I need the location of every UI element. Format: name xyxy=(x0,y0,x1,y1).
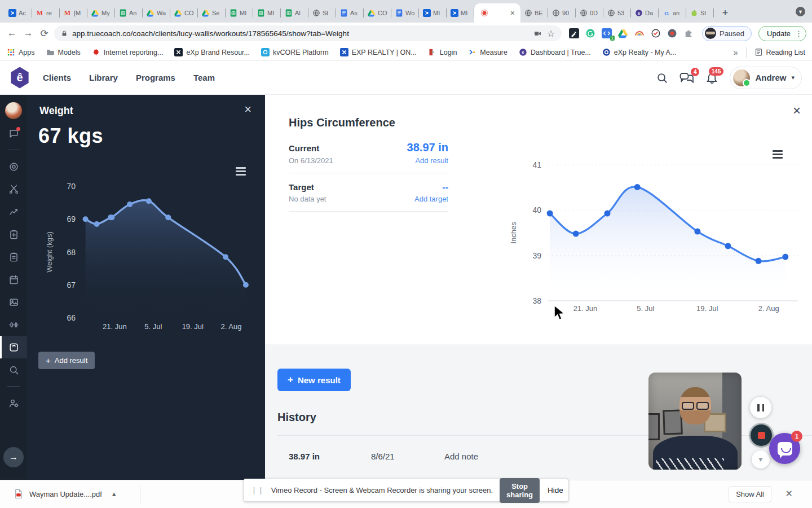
webcam-preview[interactable] xyxy=(648,373,742,470)
download-item[interactable]: Wayman Update....pdf ▲ xyxy=(8,485,123,502)
paused-extension-pill[interactable]: Paused xyxy=(702,26,752,41)
bookmark-measure[interactable]: Measure xyxy=(468,48,508,56)
browser-tab-active[interactable]: × xyxy=(474,3,520,23)
browser-tab[interactable]: 90 xyxy=(548,3,576,23)
browser-tab[interactable]: St xyxy=(308,3,336,23)
new-result-button[interactable]: + New result xyxy=(277,369,351,391)
browser-tab[interactable]: My xyxy=(87,3,115,23)
sidebar-expand-button[interactable]: → xyxy=(3,447,24,467)
eyedropper-extension-icon[interactable] xyxy=(568,28,580,39)
truecoach-logo[interactable]: ê xyxy=(10,67,29,89)
record-ext-extension-icon[interactable] xyxy=(667,28,678,39)
browser-tab[interactable]: Al xyxy=(281,3,308,23)
sidebar-item-client-settings[interactable] xyxy=(0,392,27,414)
sidebar-item-metrics[interactable] xyxy=(0,200,27,223)
browser-tab[interactable]: eDa xyxy=(631,3,659,23)
nav-clients[interactable]: Clients xyxy=(43,73,71,82)
search-icon[interactable] xyxy=(656,72,668,84)
browser-tab[interactable]: MI xyxy=(419,3,447,23)
arc-extension-icon[interactable] xyxy=(634,28,645,39)
puzzle-extension-icon[interactable] xyxy=(683,28,694,39)
sidebar-item-client-avatar[interactable] xyxy=(0,99,27,122)
nav-team[interactable]: Team xyxy=(193,73,215,82)
bookmark-kvcore-platform[interactable]: kvCORE Platform xyxy=(261,48,329,56)
bookmark-models[interactable]: Models xyxy=(46,48,81,56)
browser-tab[interactable]: Wo xyxy=(391,3,419,23)
browser-tab[interactable]: St xyxy=(686,3,714,23)
bookmark-star-icon[interactable]: ☆ xyxy=(547,28,555,39)
sidebar-item-new-workout[interactable] xyxy=(0,223,27,246)
sidebar-item-messages[interactable] xyxy=(0,122,27,144)
browser-tab[interactable]: 0D xyxy=(576,3,603,23)
bookmark-internet-reporting-[interactable]: Internet reporting... xyxy=(92,48,164,56)
nav-programs[interactable]: Programs xyxy=(136,73,175,82)
browser-tab[interactable]: Wa xyxy=(143,3,170,23)
notifications-bell-icon[interactable]: 145 xyxy=(705,71,718,84)
chrome-update-button[interactable]: Update ⋮ xyxy=(758,26,806,41)
back-button[interactable]: ← xyxy=(6,26,19,41)
browser-tab[interactable]: CO xyxy=(364,3,391,23)
forward-button[interactable]: → xyxy=(22,26,35,41)
bookmark-exp-realty-on-[interactable]: EXP REALTY | ON... xyxy=(340,48,417,56)
bookmark-apps[interactable]: Apps xyxy=(7,48,35,56)
drive-ext-extension-icon[interactable] xyxy=(617,28,629,39)
drag-handle[interactable]: ❘❘ xyxy=(251,486,264,494)
sidebar-item-calendar[interactable] xyxy=(0,268,27,291)
sidebar-item-progress-photos[interactable] xyxy=(0,291,27,313)
add-note-link[interactable]: Add note xyxy=(444,452,478,461)
browser-tab[interactable]: MI xyxy=(226,3,253,23)
browser-tab[interactable]: MI xyxy=(447,3,474,23)
browser-tab[interactable]: M[M xyxy=(60,3,87,23)
sidebar-item-body-weight[interactable] xyxy=(0,336,27,358)
weight-panel-close-icon[interactable]: × xyxy=(244,102,251,117)
recording-stop-button[interactable] xyxy=(751,424,772,446)
bookmark-exp-realty-my-a-[interactable]: eXp Realty - My A... xyxy=(602,48,676,56)
tab-search-button[interactable]: ▼ xyxy=(796,7,805,16)
messages-icon[interactable]: 4 xyxy=(679,72,694,84)
bookmark-exp-brand-resour-[interactable]: eXp Brand Resour... xyxy=(174,48,250,56)
hide-toast-button[interactable]: Hide xyxy=(548,486,563,494)
sidebar-item-exercises[interactable] xyxy=(0,313,27,336)
browser-tab[interactable]: An xyxy=(115,3,143,23)
sidebar-item-goals[interactable] xyxy=(0,155,27,178)
screen-share-icon[interactable] xyxy=(533,30,542,37)
sidebar-item-nutrition[interactable] xyxy=(0,178,27,200)
metric-close-icon[interactable]: × xyxy=(793,103,801,119)
browser-tab[interactable]: 53 xyxy=(603,3,631,23)
address-bar[interactable]: app.truecoach.co/coach/clients/lucy-wall… xyxy=(54,25,562,41)
chrome-menu-icon[interactable]: ⋮ xyxy=(795,29,802,38)
code-extension-icon[interactable]: 1 xyxy=(601,28,612,39)
show-all-downloads-button[interactable]: Show All xyxy=(729,486,771,502)
todoist-extension-icon[interactable] xyxy=(650,28,661,39)
browser-tab[interactable]: BE xyxy=(520,3,548,23)
user-menu[interactable]: Andrew ▾ xyxy=(730,67,802,89)
grammarly-extension-icon[interactable] xyxy=(585,28,596,39)
browser-tab[interactable]: CO xyxy=(170,3,198,23)
nav-library[interactable]: Library xyxy=(89,73,118,82)
download-chevron-icon[interactable]: ▲ xyxy=(111,491,117,497)
browser-tab[interactable]: As xyxy=(336,3,364,23)
add-result-button[interactable]: + Add result xyxy=(38,352,95,369)
reload-button[interactable]: ⟳ xyxy=(38,26,51,41)
close-download-bar-icon[interactable]: ✕ xyxy=(785,488,793,499)
browser-tab[interactable]: Ac xyxy=(5,3,32,23)
tab-close-icon[interactable]: × xyxy=(510,9,515,17)
browser-tab[interactable]: Mre xyxy=(32,3,60,23)
stop-sharing-button[interactable]: Stop sharing xyxy=(500,478,540,503)
reading-list-button[interactable]: Reading List xyxy=(754,48,806,56)
hips-chart-menu-icon[interactable] xyxy=(773,150,783,159)
intercom-chat-launcher[interactable]: 1 xyxy=(769,433,800,464)
bookmark-dashboard-true-[interactable]: eDashboard | True... xyxy=(519,48,591,56)
add-target-link[interactable]: Add target xyxy=(414,195,448,203)
sidebar-item-search[interactable] xyxy=(0,358,27,381)
browser-tab[interactable]: Gan xyxy=(659,3,686,23)
bookmarks-overflow-button[interactable]: » xyxy=(734,48,738,57)
add-result-link[interactable]: Add result xyxy=(415,156,448,165)
collapse-chevron-button[interactable]: ▼ xyxy=(752,450,770,468)
bookmark-login[interactable]: Login xyxy=(428,48,457,56)
browser-tab[interactable]: Se xyxy=(198,3,226,23)
recording-pause-button[interactable] xyxy=(750,397,771,418)
sidebar-item-workouts[interactable] xyxy=(0,246,27,268)
new-tab-button[interactable]: + xyxy=(717,5,733,21)
browser-tab[interactable]: MI xyxy=(253,3,281,23)
